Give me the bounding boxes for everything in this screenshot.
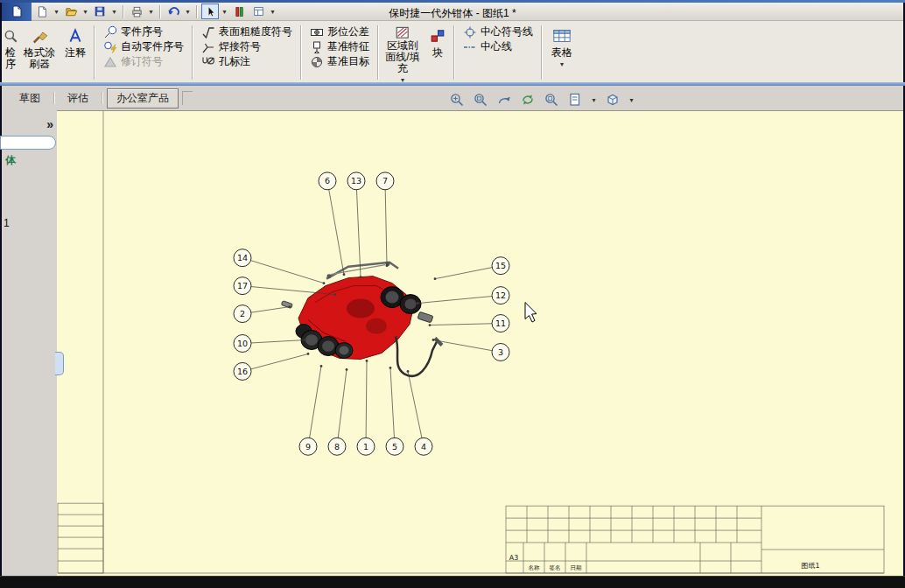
title-block-text: 名称 — [529, 564, 540, 571]
cm-gtol-button[interactable]: 形位公差 — [305, 24, 373, 39]
cm-centerline-button[interactable]: 中心线 — [459, 39, 537, 54]
balloon-number: 3 — [498, 347, 503, 357]
toolbar-separator — [123, 5, 123, 18]
cm-separator — [453, 25, 454, 80]
title-block-text: A3 — [509, 554, 519, 562]
print-icon[interactable] — [128, 4, 145, 19]
cm-balloon-button[interactable]: 零件序号 — [99, 24, 187, 39]
cm-block-button[interactable]: 块 — [424, 23, 451, 82]
heads-up-view-toolbar: ▾ ▾ — [448, 90, 635, 109]
feature-tree-filter-combo[interactable] — [0, 136, 56, 150]
zoom-to-area-icon[interactable] — [472, 91, 489, 108]
cm-datum-target-button[interactable]: 基准目标 — [305, 54, 373, 69]
format-painter-icon — [31, 24, 48, 47]
centerline-icon — [462, 40, 477, 54]
cm-symbols-group: 表面粗糙度符号 焊接符号 孔标注 — [195, 23, 298, 82]
select-cursor-icon[interactable] — [201, 4, 219, 19]
graphics-area[interactable]: A3名称签名日期图纸1 — [57, 110, 903, 576]
line-color-icon[interactable] — [230, 4, 248, 19]
feature-tree-item[interactable]: 1 — [4, 217, 10, 229]
balloon-icon — [102, 25, 117, 39]
title-block — [506, 506, 884, 573]
view-orientation-dropdown[interactable]: ▾ — [590, 96, 598, 104]
balloon-number: 14 — [237, 253, 248, 262]
cm-separator — [94, 25, 95, 80]
revision-symbol-icon — [102, 55, 117, 69]
cm-area-hatch-button[interactable]: 区域剖 面线/填 充 ▾ — [381, 23, 424, 82]
undo-dropdown[interactable]: ▾ — [184, 8, 192, 16]
open-document-dropdown[interactable]: ▾ — [81, 8, 89, 16]
balloon-number: 17 — [237, 281, 248, 290]
rotate-view-icon[interactable] — [519, 91, 537, 108]
cm-separator — [541, 25, 542, 80]
mouse-cursor — [525, 303, 537, 322]
standard-toolbar: ▾ ▾ ▾ ▾ ▾ ▾ ▾ 保时捷一代外钳体 - 图纸1 * — [2, 3, 903, 21]
balloon-number: 9 — [305, 442, 311, 452]
previous-view-icon[interactable] — [495, 91, 513, 108]
new-document-icon[interactable] — [33, 4, 51, 19]
title-block-text: 签名 — [550, 564, 561, 571]
save-dropdown[interactable]: ▾ — [110, 8, 118, 16]
center-mark-icon — [462, 25, 477, 39]
tab-office-products[interactable]: 办公室产品 — [107, 88, 179, 108]
title-block-text: 图纸1 — [801, 562, 819, 570]
cm-datum-feature-button[interactable]: 基准特征 — [305, 39, 373, 54]
balloon-number: 16 — [237, 367, 248, 376]
display-style-icon[interactable] — [604, 91, 621, 108]
app-icon[interactable] — [2, 3, 32, 21]
cm-revision-symbol-button[interactable]: 修订符号 — [99, 54, 187, 69]
balloon-number: 15 — [495, 261, 506, 270]
table-dropdown[interactable]: ▾ — [558, 59, 566, 70]
cm-datum-group: 形位公差 基准特征 基准目标 — [304, 23, 375, 82]
panel-splitter-handle[interactable] — [55, 352, 64, 375]
view-orientation-icon[interactable] — [566, 91, 584, 108]
cm-table-button[interactable]: 表格 ▾ — [544, 23, 579, 82]
ole-object-dropdown[interactable]: ▾ — [269, 8, 277, 16]
weld-symbol-icon — [200, 40, 215, 54]
datum-target-icon — [309, 55, 324, 69]
cm-weld-symbol-button[interactable]: 焊接符号 — [197, 39, 296, 54]
cm-hole-callout-button[interactable]: 孔标注 — [197, 54, 296, 69]
magnified-selection-icon[interactable] — [543, 91, 560, 108]
select-cursor-dropdown[interactable]: ▾ — [221, 8, 228, 16]
cm-format-painter-button[interactable]: 格式涂 刷器 — [19, 23, 60, 82]
balloon-number: 7 — [382, 176, 388, 186]
toolbar-separator — [196, 5, 197, 18]
caliper-assembly-drawing — [281, 262, 442, 376]
geometric-tolerance-icon — [309, 25, 324, 39]
tab-sketch[interactable]: 草图 — [11, 89, 49, 108]
zoom-to-fit-icon[interactable] — [448, 91, 466, 108]
area-hatch-dropdown[interactable]: ▾ — [399, 74, 407, 82]
tab-divider — [102, 92, 102, 104]
cm-balloon-group: 零件序号 自动零件序号 修订符号 — [97, 23, 189, 82]
title-block-texts: A3名称签名日期图纸1 — [509, 554, 820, 571]
undo-icon[interactable] — [165, 4, 182, 19]
open-document-icon[interactable] — [62, 4, 80, 19]
datum-feature-icon — [309, 40, 324, 54]
application-window: ▾ ▾ ▾ ▾ ▾ ▾ ▾ 保时捷一代外钳体 - 图纸1 * — [0, 0, 905, 588]
tab-evaluate[interactable]: 评估 — [59, 89, 97, 108]
cm-note-button[interactable]: 注释 — [60, 23, 91, 82]
feature-tree-body-label: 体 — [5, 153, 16, 168]
balloon-number: 11 — [495, 318, 506, 328]
sheet-margin-lines — [58, 111, 884, 573]
save-icon[interactable] — [91, 4, 109, 19]
revision-table — [58, 503, 103, 573]
auto-balloon-icon — [102, 40, 117, 54]
status-bar — [0, 576, 905, 588]
tab-stub — [182, 91, 193, 105]
cm-center-mark-button[interactable]: 中心符号线 — [459, 24, 537, 39]
expand-panel-chevrons[interactable]: » — [46, 117, 53, 131]
cm-auto-balloon-button[interactable]: 自动零件序号 — [99, 39, 187, 54]
area-hatch-icon — [395, 24, 410, 40]
ole-object-icon[interactable] — [249, 4, 267, 19]
toolbar-separator — [159, 5, 160, 18]
print-dropdown[interactable]: ▾ — [147, 8, 155, 16]
display-style-dropdown[interactable]: ▾ — [628, 96, 635, 104]
command-manager: 检 序 格式涂 刷器 注释 零件序号 — [2, 21, 903, 82]
cm-separator — [300, 25, 301, 80]
cm-spelling-button-clipped[interactable]: 检 序 — [2, 23, 19, 82]
new-document-dropdown[interactable]: ▾ — [53, 8, 60, 16]
balloon-number: 4 — [421, 442, 426, 452]
cm-surface-finish-button[interactable]: 表面粗糙度符号 — [197, 24, 296, 39]
